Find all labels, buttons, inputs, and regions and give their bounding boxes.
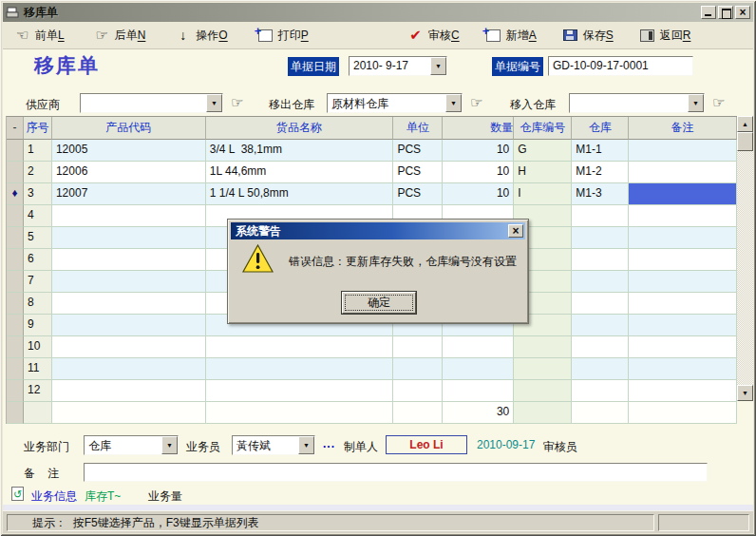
toolbar-button-r[interactable]: 返回R [637, 24, 694, 47]
chevron-down-icon[interactable] [688, 94, 704, 112]
cell-code[interactable] [52, 315, 206, 336]
cell-seq[interactable]: 12 [24, 380, 52, 402]
cell-qty[interactable] [443, 336, 514, 358]
cell-seq[interactable]: 5 [24, 227, 52, 249]
salesman-combobox[interactable]: 黃传斌 [232, 435, 315, 455]
chevron-down-icon[interactable] [206, 94, 222, 112]
cell-seq[interactable]: 11 [24, 358, 52, 380]
stock-link[interactable]: 库存T~ [85, 488, 121, 505]
table-row[interactable]: 10 [7, 336, 737, 358]
table-row[interactable]: 11 [7, 358, 737, 380]
hand-pointer-icon[interactable] [231, 94, 243, 111]
cell-code[interactable]: 12007 [52, 183, 206, 205]
cell-wh[interactable]: M1-2 [572, 162, 629, 183]
toolbar-button-s[interactable]: 保存S [560, 24, 616, 47]
cell-remark[interactable] [629, 315, 737, 336]
cell-wh[interactable]: M1-3 [572, 183, 629, 205]
cell-seq[interactable]: 9 [24, 315, 52, 336]
cell-qty[interactable]: 10 [443, 183, 514, 205]
hand-pointer-icon[interactable] [470, 94, 482, 111]
cell-wh[interactable]: M1-1 [572, 140, 629, 162]
cell-name[interactable]: 1L 44,6mm [206, 162, 394, 183]
toolbar-button-a[interactable]: 新增A [483, 24, 539, 47]
scroll-up-icon[interactable] [737, 116, 753, 132]
warehouse-in-combobox[interactable] [569, 93, 705, 113]
scrollbar-thumb[interactable] [737, 132, 753, 151]
cell-code[interactable] [52, 380, 206, 402]
dialog-close-icon[interactable] [508, 224, 523, 238]
cell-code[interactable] [52, 205, 206, 227]
cell-qty[interactable] [443, 380, 514, 402]
close-icon[interactable] [735, 6, 750, 19]
table-row[interactable]: 12 [7, 380, 737, 402]
cell-unit[interactable]: PCS [393, 183, 443, 205]
minimize-icon[interactable] [701, 6, 716, 19]
remark-input[interactable] [84, 463, 708, 482]
cell-remark[interactable] [629, 205, 737, 227]
doc-no-input[interactable]: GD-10-09-17-0001 [548, 56, 693, 76]
cell-name[interactable] [206, 336, 394, 358]
cell-name[interactable] [206, 358, 394, 380]
cell-name[interactable] [206, 380, 394, 402]
cell-wh_code[interactable] [514, 336, 572, 358]
cell-unit[interactable] [393, 336, 443, 358]
toolbar-button-o[interactable]: 操作O [173, 24, 230, 47]
cell-code[interactable]: 12006 [52, 162, 206, 183]
biz-info-link[interactable]: 业务信息 [31, 488, 77, 505]
cell-unit[interactable]: PCS [393, 162, 443, 183]
more-button[interactable]: ... [323, 437, 335, 450]
cell-code[interactable] [52, 293, 206, 315]
chevron-down-icon[interactable] [161, 436, 178, 454]
cell-wh_code[interactable]: H [514, 162, 572, 183]
cell-remark[interactable] [629, 380, 737, 402]
cell-qty[interactable]: 10 [443, 140, 514, 162]
cell-wh[interactable] [572, 293, 629, 315]
toolbar-button-p[interactable]: 打印P [255, 24, 312, 47]
cell-seq[interactable]: 3 [24, 183, 52, 205]
cell-code[interactable]: 12005 [52, 140, 206, 162]
cell-remark[interactable] [629, 358, 737, 380]
cell-code[interactable] [52, 336, 206, 358]
cell-name[interactable]: 1 1/4 L 50,8mm [206, 183, 394, 205]
cell-seq[interactable]: 2 [24, 162, 52, 183]
supplier-combobox[interactable] [80, 93, 223, 113]
cell-wh[interactable] [572, 358, 629, 380]
chevron-down-icon[interactable] [445, 94, 462, 112]
cell-wh_code[interactable] [514, 380, 572, 402]
toolbar-button-l[interactable]: 前单L [12, 24, 67, 47]
table-row[interactable]: 2120061L 44,6mmPCS10HM1-2 [7, 162, 737, 183]
cell-unit[interactable]: PCS [393, 140, 443, 162]
dept-combobox[interactable]: 仓库 [84, 435, 179, 455]
cell-remark[interactable] [629, 183, 737, 205]
cell-wh_code[interactable]: I [514, 183, 572, 205]
cell-wh[interactable] [572, 336, 629, 358]
table-row[interactable]: ♦3120071 1/4 L 50,8mmPCS10IM1-3 [7, 183, 737, 205]
toolbar-button-c[interactable]: 审核C [406, 24, 463, 47]
cell-seq[interactable]: 1 [24, 140, 52, 162]
cell-code[interactable] [52, 358, 206, 380]
ok-button[interactable]: 确定 [342, 292, 416, 314]
cell-remark[interactable] [629, 293, 737, 315]
cell-wh[interactable] [572, 205, 629, 227]
cell-code[interactable] [52, 271, 206, 293]
cell-wh[interactable] [572, 271, 629, 293]
doc-date-combobox[interactable]: 2010- 9-17 [349, 56, 447, 76]
cell-unit[interactable] [393, 380, 443, 402]
cell-wh_code[interactable]: G [514, 140, 572, 162]
maximize-icon[interactable] [718, 6, 733, 19]
cell-seq[interactable]: 4 [24, 205, 52, 227]
cell-remark[interactable] [629, 249, 737, 271]
cell-seq[interactable]: 7 [24, 271, 52, 293]
cell-code[interactable] [52, 227, 206, 249]
chevron-down-icon[interactable] [430, 57, 446, 75]
scroll-down-icon[interactable] [737, 385, 753, 401]
toolbar-button-n[interactable]: 后单N [92, 24, 149, 47]
cell-wh[interactable] [572, 315, 629, 336]
hand-pointer-icon[interactable] [712, 94, 725, 111]
vertical-scrollbar[interactable] [737, 116, 753, 401]
chevron-down-icon[interactable] [298, 436, 314, 454]
cell-wh[interactable] [572, 249, 629, 271]
table-row[interactable]: 1120053/4 L 38,1mmPCS10GM1-1 [7, 140, 737, 162]
warehouse-out-combobox[interactable]: 原材料仓库 [327, 93, 463, 113]
cell-seq[interactable]: 10 [24, 336, 52, 358]
